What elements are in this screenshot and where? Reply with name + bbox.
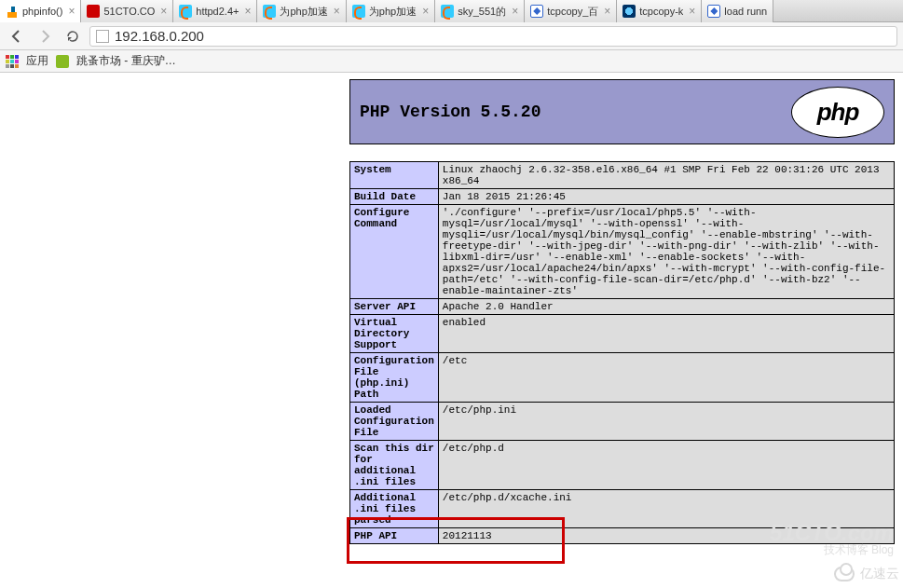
close-icon[interactable]: ×	[244, 5, 251, 18]
tab-3[interactable]: 为php加速×	[257, 0, 346, 22]
tab-7[interactable]: tcpcopy-k×	[617, 0, 702, 22]
php-logo: php	[791, 87, 884, 138]
tab-label: 为php加速	[369, 5, 417, 19]
phpinfo-table: SystemLinux zhaochj 2.6.32-358.el6.x86_6…	[349, 161, 895, 544]
close-icon[interactable]: ×	[422, 5, 429, 18]
apps-icon[interactable]	[6, 55, 19, 68]
info-value: Jan 18 2015 21:26:45	[438, 189, 894, 205]
url-bar: 192.168.0.200	[0, 22, 903, 50]
firefox-icon	[441, 5, 454, 18]
watermark-brand: 亿速云	[860, 566, 899, 582]
pma-icon	[6, 5, 19, 18]
table-row: PHP API20121113	[350, 528, 895, 544]
table-row: Configuration File (php.ini) Path/etc	[350, 353, 895, 403]
table-row: Build DateJan 18 2015 21:26:45	[350, 189, 895, 205]
page-icon	[96, 30, 109, 43]
close-icon[interactable]: ×	[334, 5, 340, 18]
browser-tabstrip: phpinfo()× 51CTO.CO× httpd2.4+× 为php加速× …	[0, 0, 903, 22]
firefox-icon	[179, 5, 192, 18]
apps-label[interactable]: 应用	[26, 53, 48, 69]
table-row: Loaded Configuration File/etc/php.ini	[350, 403, 895, 441]
url-text: 192.168.0.200	[115, 28, 204, 44]
table-row: Configure Command'./configure' '--prefix…	[350, 205, 895, 299]
info-key: Configuration File (php.ini) Path	[350, 353, 439, 403]
info-key: Loaded Configuration File	[350, 403, 439, 441]
info-value: /etc/php.d/xcache.ini	[438, 490, 894, 528]
cloud-icon	[834, 567, 855, 581]
table-row: Scan this dir for additional .ini files/…	[350, 441, 895, 490]
watermark-yisu: 亿速云	[834, 566, 899, 582]
tab-5[interactable]: sky_551的×	[435, 0, 525, 22]
bookmarks-bar: 应用 跳蚤市场 - 重庆驴…	[0, 50, 903, 73]
close-icon[interactable]: ×	[68, 5, 75, 18]
reload-button[interactable]	[62, 26, 84, 47]
info-value: Linux zhaochj 2.6.32-358.el6.x86_64 #1 S…	[438, 162, 894, 189]
tab-8[interactable]: load runn	[702, 0, 773, 22]
info-key: Configure Command	[350, 205, 439, 299]
info-key: Scan this dir for additional .ini files	[350, 441, 439, 490]
info-value: /etc/php.ini	[438, 403, 894, 441]
tab-0[interactable]: phpinfo()×	[0, 0, 81, 22]
tab-label: 51CTO.CO	[103, 6, 155, 17]
back-button[interactable]	[6, 26, 28, 47]
close-icon[interactable]: ×	[689, 5, 695, 18]
info-key: Virtual Directory Support	[350, 315, 439, 353]
firefox-icon	[263, 5, 276, 18]
tab-label: 为php加速	[280, 5, 327, 19]
tab-6[interactable]: tcpcopy_百×	[525, 0, 617, 22]
site-icon	[623, 5, 636, 18]
51cto-icon	[87, 5, 100, 18]
tab-label: tcpcopy-k	[639, 6, 683, 17]
php-version-title: PHP Version 5.5.20	[360, 103, 540, 121]
info-key: Additional .ini files parsed	[350, 490, 439, 528]
table-row: SystemLinux zhaochj 2.6.32-358.el6.x86_6…	[350, 162, 895, 189]
info-value: './configure' '--prefix=/usr/local/php5.…	[438, 205, 894, 299]
watermark-51cto-sub: 技术博客 Blog	[824, 542, 894, 558]
tab-label: sky_551的	[458, 5, 506, 19]
php-logo-text: php	[817, 98, 859, 127]
close-icon[interactable]: ×	[604, 5, 610, 18]
tab-label: tcpcopy_百	[547, 5, 598, 19]
forward-button[interactable]	[34, 26, 56, 47]
baidu-icon	[530, 5, 543, 18]
firefox-icon	[352, 5, 365, 18]
bookmark-icon	[56, 55, 69, 68]
info-key: PHP API	[350, 528, 439, 544]
tab-label: httpd2.4+	[196, 6, 239, 17]
phpinfo-header: PHP Version 5.5.20 php	[349, 79, 895, 144]
info-value: Apache 2.0 Handler	[438, 299, 894, 315]
address-input[interactable]: 192.168.0.200	[89, 26, 897, 47]
info-key: Server API	[350, 299, 439, 315]
tab-4[interactable]: 为php加速×	[347, 0, 435, 22]
tab-1[interactable]: 51CTO.CO×	[81, 0, 173, 22]
table-row: Virtual Directory Supportenabled	[350, 315, 895, 353]
info-value: 20121113	[438, 528, 894, 544]
table-row: Server APIApache 2.0 Handler	[350, 299, 895, 315]
tab-label: load runn	[724, 6, 767, 17]
info-value: /etc	[438, 353, 894, 403]
close-icon[interactable]: ×	[160, 5, 167, 18]
tab-label: phpinfo()	[22, 6, 62, 17]
bookmark-item[interactable]: 跳蚤市场 - 重庆驴…	[76, 53, 176, 69]
info-key: Build Date	[350, 189, 439, 205]
page-content: PHP Version 5.5.20 php SystemLinux zhaoc…	[349, 79, 895, 544]
baidu-icon	[707, 5, 720, 18]
info-value: enabled	[438, 315, 894, 353]
tab-2[interactable]: httpd2.4+×	[173, 0, 257, 22]
table-row: Additional .ini files parsed/etc/php.d/x…	[350, 490, 895, 528]
info-key: System	[350, 162, 439, 189]
close-icon[interactable]: ×	[512, 5, 518, 18]
info-value: /etc/php.d	[438, 441, 894, 490]
